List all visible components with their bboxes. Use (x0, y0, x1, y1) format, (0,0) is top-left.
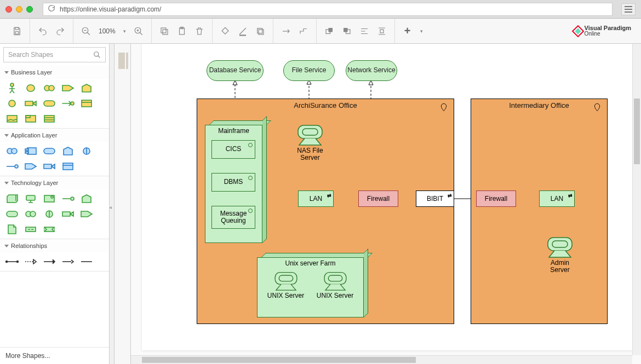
shape-syssw[interactable] (43, 194, 56, 204)
shape-actor[interactable] (5, 83, 19, 93)
shape-app-collab[interactable] (5, 146, 19, 156)
device-unix1[interactable]: UNIX Server (265, 270, 306, 299)
svg-rect-67 (328, 275, 342, 281)
zoom-level[interactable]: 100% (96, 27, 118, 35)
shadow-button[interactable] (253, 24, 267, 38)
brand-logo[interactable]: Visual Paradigm Online (574, 25, 637, 37)
zoom-in-button[interactable] (131, 24, 146, 38)
shape-tech-collab[interactable] (24, 209, 37, 219)
zoom-dropdown-icon[interactable]: ▾ (121, 28, 128, 34)
rel-used[interactable] (43, 257, 56, 267)
shape-app-proc[interactable] (43, 161, 56, 171)
minimize-window[interactable] (16, 6, 22, 13)
firewall-1[interactable]: Firewall (358, 190, 398, 207)
to-back-button[interactable] (340, 24, 354, 38)
network-bibit[interactable]: BIBIT ⇄ (416, 190, 454, 207)
outline-strip[interactable] (115, 44, 131, 364)
shape-event[interactable] (61, 99, 75, 108)
shape-contract[interactable] (43, 114, 56, 124)
device-admin[interactable]: Admin Server (541, 235, 579, 274)
fill-button[interactable] (218, 24, 232, 38)
more-shapes-link[interactable]: More Shapes... (0, 347, 109, 364)
device-nas[interactable]: NAS File Server (291, 123, 329, 161)
service-network[interactable]: Network Service (346, 60, 397, 81)
section-business[interactable]: Business Layer (0, 66, 109, 79)
align-button[interactable] (357, 24, 371, 38)
syssw-cics[interactable]: CICS (211, 140, 255, 159)
network-lan2[interactable]: LAN ⇄ (539, 190, 575, 207)
copy-button[interactable] (157, 24, 171, 38)
shape-function[interactable] (80, 83, 93, 93)
shape-tech-event[interactable] (61, 194, 75, 204)
menu-icon[interactable] (621, 3, 636, 15)
shape-artifact[interactable] (5, 224, 19, 234)
section-relationships[interactable]: Relationships (0, 239, 109, 252)
rel-flow[interactable] (61, 257, 75, 267)
paste-button[interactable] (175, 24, 189, 38)
shape-tech-arrow[interactable] (80, 209, 93, 219)
shape-app-obj[interactable] (61, 161, 75, 171)
add-button[interactable]: + (400, 24, 415, 38)
shape-arrow[interactable] (61, 83, 75, 93)
rel-assoc[interactable] (5, 257, 19, 267)
close-window[interactable] (5, 6, 12, 13)
shape-rep[interactable] (5, 114, 19, 124)
shape-app-arrow[interactable] (24, 161, 37, 171)
undo-button[interactable] (36, 24, 50, 38)
shape-role[interactable] (24, 83, 37, 93)
shape-app-service[interactable] (43, 146, 56, 156)
shape-product[interactable] (24, 114, 37, 124)
maximize-window[interactable] (26, 6, 33, 13)
save-button[interactable] (10, 24, 24, 38)
zoom-out-button[interactable] (79, 24, 93, 38)
scrollbar-vertical[interactable] (632, 44, 641, 355)
shape-tech-iface[interactable] (43, 209, 56, 219)
canvas-page[interactable]: Database Service File Service Network Se… (142, 44, 641, 350)
distribute-button[interactable] (375, 24, 389, 38)
syssw-mq[interactable]: Message Queuing (211, 206, 255, 229)
url-bar[interactable]: https://online.visual-paradigm.com/ (43, 3, 613, 16)
shape-process[interactable] (24, 99, 37, 108)
shape-comm[interactable] (43, 224, 56, 234)
shape-node[interactable] (5, 194, 19, 204)
scrollbar-horizontal[interactable] (131, 355, 632, 364)
shape-tech-svc[interactable] (5, 209, 19, 219)
service-file[interactable]: File Service (283, 60, 335, 81)
shape-tech-func[interactable] (80, 194, 93, 204)
network-lan[interactable]: LAN ⇄ (298, 190, 334, 207)
shape-path[interactable] (24, 224, 37, 234)
node-mainframe[interactable]: Mainframe CICS DBMS Message Queuing (205, 125, 262, 243)
waypoint-button[interactable] (296, 24, 311, 38)
shape-app-interface[interactable] (80, 146, 93, 156)
search-shapes-input[interactable]: Search Shapes (3, 47, 106, 62)
shape-device[interactable] (24, 194, 37, 204)
section-technology[interactable]: Technology Layer (0, 176, 109, 189)
delete-button[interactable] (192, 24, 207, 38)
canvas[interactable]: Database Service File Service Network Se… (131, 44, 641, 364)
reload-icon[interactable] (48, 4, 55, 14)
location-intermediary[interactable]: Intermediary Office (471, 99, 608, 324)
shape-object[interactable] (80, 99, 93, 108)
to-front-button[interactable] (322, 24, 336, 38)
syssw-dbms[interactable]: DBMS (211, 173, 255, 192)
section-application[interactable]: Application Layer (0, 129, 109, 142)
redo-button[interactable] (53, 24, 67, 38)
rel-real[interactable] (24, 257, 37, 267)
node-unix-farm[interactable]: Unix server Farm UNIX Server U (257, 257, 364, 317)
shape-tech-proc[interactable] (61, 209, 75, 219)
shape-app-event[interactable] (5, 161, 19, 171)
shape-collab[interactable] (43, 83, 56, 93)
add-dropdown-icon[interactable]: ▾ (418, 28, 425, 34)
shape-app-func[interactable] (61, 146, 75, 156)
shape-app-component[interactable] (24, 146, 37, 156)
rel-line[interactable] (80, 257, 93, 267)
firewall-2[interactable]: Firewall (476, 190, 516, 207)
shapes-technology (0, 189, 109, 239)
service-database[interactable]: Database Service (207, 60, 264, 81)
shape-service[interactable] (43, 99, 56, 108)
palette-splitter[interactable] (110, 44, 115, 364)
device-unix2[interactable]: UNIX Server (314, 270, 356, 299)
connector-style-button[interactable] (279, 24, 293, 38)
shape-interface[interactable] (5, 99, 19, 108)
stroke-button[interactable] (236, 24, 250, 38)
